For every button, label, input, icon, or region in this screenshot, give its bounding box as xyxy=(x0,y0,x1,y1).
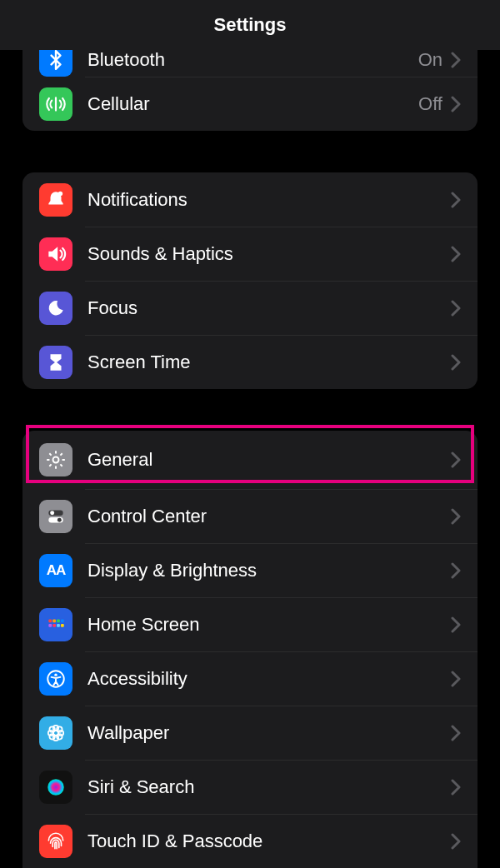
display-icon: AA xyxy=(39,554,72,587)
chevron-right-icon xyxy=(451,562,461,579)
group-connectivity: Bluetooth On Cellular Off xyxy=(22,50,478,131)
svg-point-3 xyxy=(50,511,54,515)
wallpaper-icon xyxy=(39,716,72,750)
row-accessibility[interactable]: Accessibility xyxy=(22,651,478,706)
row-cellular[interactable]: Cellular Off xyxy=(22,77,478,131)
chevron-right-icon xyxy=(451,300,461,317)
siri-icon xyxy=(39,771,72,804)
row-screentime[interactable]: Screen Time xyxy=(22,335,478,389)
display-label: Display & Brightness xyxy=(88,560,451,581)
svg-rect-7 xyxy=(52,619,56,622)
sounds-icon xyxy=(39,237,72,271)
row-general[interactable]: General xyxy=(22,431,478,489)
control-center-label: Control Center xyxy=(88,506,451,527)
svg-point-0 xyxy=(58,191,62,195)
svg-point-1 xyxy=(53,457,59,463)
focus-label: Focus xyxy=(88,297,451,319)
row-bluetooth[interactable]: Bluetooth On xyxy=(22,50,478,77)
row-home-screen[interactable]: Home Screen xyxy=(22,597,478,651)
row-sounds[interactable]: Sounds & Haptics xyxy=(22,227,478,281)
chevron-right-icon xyxy=(451,725,461,741)
general-label: General xyxy=(88,449,451,471)
svg-rect-12 xyxy=(57,623,60,626)
bluetooth-label: Bluetooth xyxy=(88,50,418,71)
svg-point-5 xyxy=(58,517,62,521)
screentime-label: Screen Time xyxy=(88,352,451,373)
page-title: Settings xyxy=(214,14,287,36)
focus-icon xyxy=(39,292,72,325)
screentime-icon xyxy=(39,346,72,379)
row-notifications[interactable]: Notifications xyxy=(22,172,478,227)
row-control-center[interactable]: Control Center xyxy=(22,489,478,543)
bluetooth-value: On xyxy=(418,50,442,71)
cellular-value: Off xyxy=(418,93,442,115)
notifications-label: Notifications xyxy=(88,189,451,211)
svg-rect-13 xyxy=(61,623,64,626)
notifications-icon xyxy=(39,183,72,217)
header-bar: Settings xyxy=(0,0,500,50)
bluetooth-icon xyxy=(39,50,72,77)
chevron-right-icon xyxy=(451,246,461,262)
chevron-right-icon xyxy=(451,779,461,796)
chevron-right-icon xyxy=(451,833,461,850)
chevron-right-icon xyxy=(451,616,461,633)
settings-scroll[interactable]: Bluetooth On Cellular Off Notifications xyxy=(0,50,500,868)
row-siri[interactable]: Siri & Search xyxy=(22,760,478,814)
home-screen-icon xyxy=(39,608,72,641)
accessibility-label: Accessibility xyxy=(88,668,451,690)
cellular-label: Cellular xyxy=(88,93,418,115)
control-center-icon xyxy=(39,500,72,533)
chevron-right-icon xyxy=(451,508,461,525)
group-alerts: Notifications Sounds & Haptics Focus xyxy=(22,172,478,389)
svg-point-15 xyxy=(54,673,57,676)
home-screen-label: Home Screen xyxy=(88,614,451,636)
touchid-icon xyxy=(39,825,72,858)
svg-rect-6 xyxy=(48,619,52,622)
wallpaper-label: Wallpaper xyxy=(88,722,451,744)
svg-point-25 xyxy=(48,779,64,796)
touchid-label: Touch ID & Passcode xyxy=(88,831,451,852)
accessibility-icon xyxy=(39,662,72,696)
svg-rect-10 xyxy=(48,623,52,626)
chevron-right-icon xyxy=(451,52,461,68)
siri-label: Siri & Search xyxy=(88,776,451,798)
svg-rect-11 xyxy=(52,623,56,626)
svg-rect-8 xyxy=(57,619,60,622)
group-device: General Control Center AA Display & Brig… xyxy=(22,431,478,868)
chevron-right-icon xyxy=(451,192,461,208)
sounds-label: Sounds & Haptics xyxy=(88,243,451,265)
row-touchid[interactable]: Touch ID & Passcode xyxy=(22,814,478,868)
chevron-right-icon xyxy=(451,96,461,112)
svg-rect-9 xyxy=(61,619,64,622)
row-focus[interactable]: Focus xyxy=(22,281,478,335)
cellular-icon xyxy=(39,87,72,121)
row-display[interactable]: AA Display & Brightness xyxy=(22,543,478,597)
general-icon xyxy=(39,443,72,476)
chevron-right-icon xyxy=(451,451,461,468)
chevron-right-icon xyxy=(451,671,461,687)
chevron-right-icon xyxy=(451,354,461,371)
row-wallpaper[interactable]: Wallpaper xyxy=(22,706,478,760)
